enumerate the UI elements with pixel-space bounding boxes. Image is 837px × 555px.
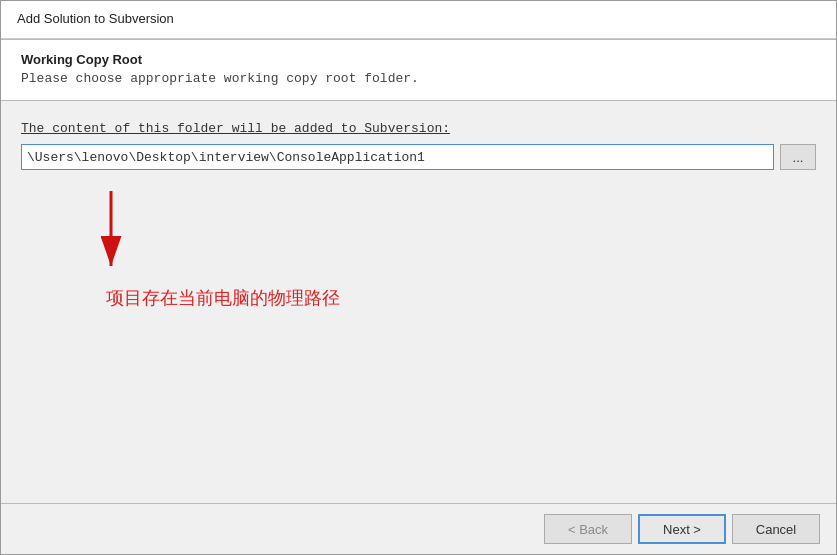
folder-label: The content of this folder will be added… xyxy=(21,121,816,136)
content-area: The content of this folder will be added… xyxy=(1,101,836,503)
cancel-button-label: Cancel xyxy=(756,522,796,537)
next-button-label: Next > xyxy=(663,522,701,537)
folder-row: ... xyxy=(21,144,816,170)
section-description: Please choose appropriate working copy r… xyxy=(21,71,816,86)
browse-button-label: ... xyxy=(793,150,804,165)
section-heading: Working Copy Root xyxy=(21,52,816,67)
arrow-svg xyxy=(81,181,161,281)
annotation-text: 项目存在当前电脑的物理路径 xyxy=(106,286,340,310)
browse-button[interactable]: ... xyxy=(780,144,816,170)
button-row: < Back Next > Cancel xyxy=(1,504,836,554)
back-button-label: < Back xyxy=(568,522,608,537)
next-button[interactable]: Next > xyxy=(638,514,726,544)
annotation-label: 项目存在当前电脑的物理路径 xyxy=(106,288,340,308)
annotation-arrow xyxy=(81,181,161,284)
title-bar: Add Solution to Subversion xyxy=(1,1,836,39)
back-button[interactable]: < Back xyxy=(544,514,632,544)
cancel-button[interactable]: Cancel xyxy=(732,514,820,544)
dialog-title: Add Solution to Subversion xyxy=(17,11,820,26)
folder-path-input[interactable] xyxy=(21,144,774,170)
dialog-container: Add Solution to Subversion Working Copy … xyxy=(0,0,837,555)
header-section: Working Copy Root Please choose appropri… xyxy=(1,40,836,100)
